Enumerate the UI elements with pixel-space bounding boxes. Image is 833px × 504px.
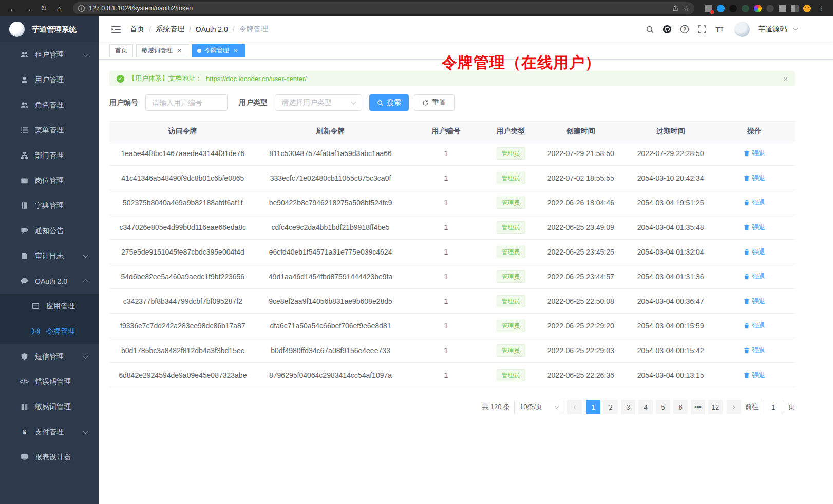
sidebar-item-post[interactable]: 岗位管理 <box>0 168 99 193</box>
page-button[interactable]: 4 <box>638 400 653 414</box>
sidebar-item-dict[interactable]: 字典管理 <box>0 193 99 218</box>
page-button[interactable]: 5 <box>656 400 670 414</box>
browser-menu-icon[interactable]: ⋮ <box>816 4 827 12</box>
user-avatar[interactable] <box>734 22 750 37</box>
sidebar-item-app-manage[interactable]: 应用管理 <box>0 294 99 319</box>
column-header: 用户类型 <box>487 122 535 141</box>
sidebar-item-menu[interactable]: 菜单管理 <box>0 118 99 143</box>
close-icon[interactable]: × <box>176 47 183 54</box>
extensions-puzzle-icon[interactable] <box>779 5 786 12</box>
share-icon[interactable] <box>672 5 679 12</box>
github-icon[interactable] <box>660 23 674 36</box>
tab-token-manage[interactable]: 令牌管理 × <box>192 44 245 57</box>
forward-icon[interactable]: → <box>22 2 35 14</box>
extension-icon[interactable] <box>705 5 712 12</box>
window-icon <box>31 302 40 310</box>
sidebar-item-token-manage[interactable]: 令牌管理 <box>0 319 99 344</box>
reset-button[interactable]: 重置 <box>414 94 455 111</box>
table-row: 1ea5e44f8bc1467aaede43144f31de76 811c530… <box>109 141 795 166</box>
extension-icon[interactable] <box>754 5 762 12</box>
next-page-button[interactable]: › <box>727 400 741 414</box>
force-logout-button[interactable]: 强退 <box>744 198 765 207</box>
app-logo[interactable]: 芋道管理系统 <box>0 16 99 42</box>
site-info-icon[interactable]: i <box>78 5 85 12</box>
breadcrumb-system[interactable]: 系统管理 <box>156 25 184 34</box>
extension-icon[interactable] <box>729 5 737 12</box>
sidebar-item-notice[interactable]: 通知公告 <box>0 218 99 243</box>
force-logout-button[interactable]: 强退 <box>744 149 765 158</box>
search-button-label: 搜索 <box>387 98 401 107</box>
font-size-icon[interactable]: TT <box>713 23 726 36</box>
force-logout-button[interactable]: 强退 <box>744 297 765 306</box>
sidebar-item-label: 报表设计器 <box>35 453 71 462</box>
breadcrumb-oauth[interactable]: OAuth 2.0 <box>196 25 228 33</box>
sidebar-item-audit-log[interactable]: 审计日志 <box>0 243 99 268</box>
page-button[interactable]: 1 <box>586 400 600 414</box>
help-icon[interactable]: ? <box>678 23 691 36</box>
sidebar-item-user[interactable]: 用户管理 <box>0 67 99 92</box>
app-title: 芋道管理系统 <box>32 25 77 34</box>
page-button[interactable]: ••• <box>691 400 705 414</box>
prev-page-button[interactable]: ‹ <box>567 400 582 414</box>
sidebar-item-error-code[interactable]: </> 错误码管理 <box>0 369 99 394</box>
search-icon[interactable] <box>643 23 656 36</box>
sidebar-item-sms[interactable]: 短信管理 <box>0 344 99 369</box>
page-button[interactable]: 3 <box>621 400 635 414</box>
force-logout-button[interactable]: 强退 <box>744 247 765 257</box>
close-icon[interactable]: × <box>232 47 239 54</box>
force-logout-label: 强退 <box>752 149 765 158</box>
force-logout-button[interactable]: 强退 <box>744 346 765 355</box>
sidebar-item-payment[interactable]: ¥ 支付管理 <box>0 419 99 444</box>
breadcrumb-home[interactable]: 首页 <box>130 25 144 34</box>
chevron-down-icon[interactable] <box>793 26 798 30</box>
force-logout-button[interactable]: 强退 <box>744 371 765 380</box>
user-type-select[interactable]: 请选择用户类型 <box>275 94 362 111</box>
force-logout-button[interactable]: 强退 <box>744 321 765 331</box>
sidebar-item-sensitive-words[interactable]: 敏感词管理 <box>0 394 99 419</box>
user-name[interactable]: 芋道源码 <box>758 25 787 34</box>
side-panel-icon[interactable] <box>791 5 799 12</box>
url-text[interactable]: 127.0.0.1:1024/system/oauth2/token <box>89 5 668 12</box>
home-icon[interactable]: ⌂ <box>52 2 66 14</box>
user-id-input[interactable] <box>145 94 228 111</box>
fullscreen-icon[interactable] <box>695 23 709 36</box>
column-header: 过期时间 <box>627 122 714 141</box>
broadcast-icon <box>31 327 40 335</box>
tab-sensitive-words[interactable]: 敏感词管理 × <box>136 44 188 57</box>
page-button[interactable]: 2 <box>603 400 618 414</box>
goto-page-input[interactable] <box>763 400 784 414</box>
sidebar-toggle-icon[interactable] <box>111 25 121 33</box>
sidebar-item-role[interactable]: 角色管理 <box>0 92 99 118</box>
sidebar-item-dept[interactable]: 部门管理 <box>0 143 99 168</box>
expire-time-cell: 2054-03-04 00:13:15 <box>627 363 714 387</box>
tab-home[interactable]: 首页 <box>109 44 133 57</box>
force-logout-button[interactable]: 强退 <box>744 223 765 232</box>
reload-icon[interactable]: ↻ <box>37 2 50 14</box>
sidebar-item-oauth[interactable]: OAuth 2.0 <box>0 268 99 294</box>
close-icon[interactable]: × <box>783 74 788 83</box>
sidebar-item-tenant[interactable]: 租户管理 <box>0 42 99 67</box>
user-type-badge: 管理员 <box>497 172 525 184</box>
page-size-select[interactable]: 10条/页 <box>514 400 563 414</box>
address-bar[interactable]: i 127.0.0.1:1024/system/oauth2/token ☆ <box>73 2 694 14</box>
table-row: c342377bf8b344799dcbf7bf095287f2 9ce8ef2… <box>109 289 795 314</box>
user-type-badge: 管理员 <box>497 344 525 357</box>
search-button[interactable]: 搜索 <box>369 94 409 111</box>
force-logout-button[interactable]: 强退 <box>744 272 765 281</box>
expire-time-cell: 2054-03-04 01:35:48 <box>627 215 714 240</box>
token-table-body: 1ea5e44f8bc1467aaede43144f31de76 811c530… <box>109 141 795 387</box>
browser-profile-avatar[interactable] <box>803 5 811 12</box>
extension-icon[interactable] <box>766 5 774 12</box>
back-icon[interactable]: ← <box>6 2 20 14</box>
sidebar-item-label: 通知公告 <box>35 226 64 236</box>
sidebar-item-report-designer[interactable]: 报表设计器 <box>0 444 99 470</box>
doc-link[interactable]: https://doc.iocoder.cn/user-center/ <box>206 75 307 83</box>
page-button[interactable]: 6 <box>673 400 688 414</box>
tab-label: 首页 <box>115 46 127 55</box>
extension-icon[interactable] <box>717 5 725 12</box>
bookmark-star-icon[interactable]: ☆ <box>683 5 689 12</box>
chevron-down-icon <box>83 51 88 56</box>
extension-icon[interactable] <box>742 5 749 12</box>
page-button[interactable]: 12 <box>708 400 723 414</box>
force-logout-button[interactable]: 强退 <box>744 173 765 183</box>
